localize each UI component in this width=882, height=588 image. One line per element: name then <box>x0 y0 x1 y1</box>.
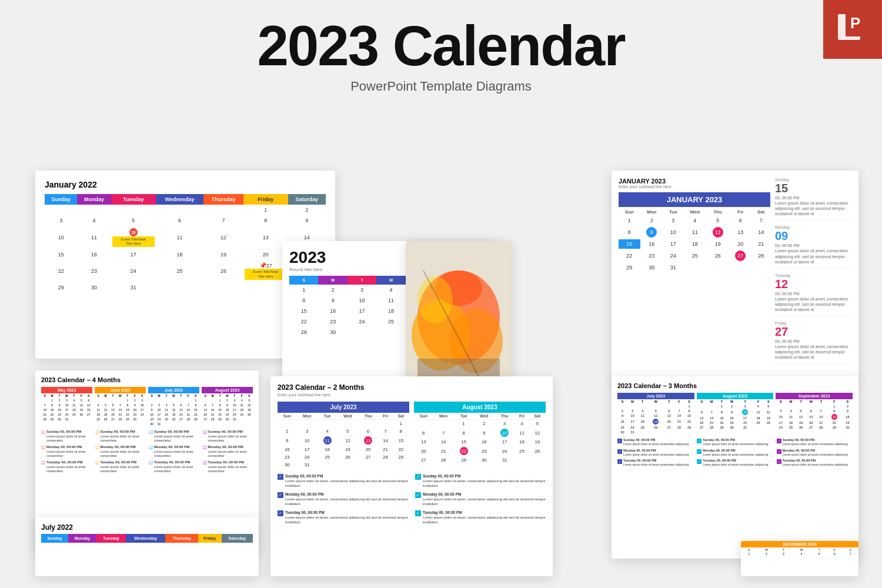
event-item: ☑ Sunday 00, 00:00 PMLorem ipsum dolor s… <box>95 430 146 443</box>
svg-text:P: P <box>850 14 860 32</box>
table-row: 293031 <box>619 263 770 272</box>
checkbox-icon: ☑ <box>149 460 153 466</box>
table-row: 9101112131415 <box>148 407 199 412</box>
col-saturday: Saturday <box>288 194 326 205</box>
december-cal-partial: S M T W T F S 1234567 <box>741 547 858 556</box>
table-row: 13141516171819 <box>414 438 546 446</box>
table-row: 45678910 <box>95 403 146 407</box>
event-item: ✓ Tuesday 00, 00:00 PMLorem ipsum dolor … <box>697 459 773 467</box>
highlight-22: 22 <box>460 447 468 455</box>
checkbox-icon: ☑ <box>95 430 99 435</box>
slide-january-2023: JANUARY 2023 Enter your subhead line her… <box>612 171 858 382</box>
may-calendar: SMTWTFS 123456 78910111213 1415161718192… <box>41 393 92 422</box>
th-saturday: Saturday <box>222 534 253 543</box>
month-may: May 2023 SMTWTFS 123456 78910111213 1415… <box>41 387 92 426</box>
month-august: August 2023 SMTWTFS 12345 6789101112 131… <box>202 387 253 426</box>
col-sunday: Sunday <box>45 194 77 205</box>
event-item: ✓ Sunday 00, 00:00 PMLorem ipsum dolor s… <box>777 438 853 446</box>
two-months-grid: July 2023 Sun Mon Tue Wed Thu Fri Sat 1 <box>278 402 546 469</box>
table-row: 12 <box>45 205 326 215</box>
th-fri: Fri <box>378 413 393 420</box>
event-sunday-15: Sunday 15 00, 00:00 PMLorem ipsum dolor … <box>775 178 851 220</box>
th-friday: Friday <box>198 534 221 543</box>
checkbox-icon: ✓ <box>415 474 421 480</box>
th-mon: Mon <box>433 413 454 420</box>
table-row: 23242526272829 <box>278 453 409 461</box>
checkbox-icon: ✓ <box>777 449 781 454</box>
highlighted-12: 12 <box>713 227 723 238</box>
event-item: ✓ Tuesday 00, 00:00 PMLorem ipsum dolor … <box>415 510 546 525</box>
event-col-3: ☑ Sunday 00, 00:00 PMLorem ipsum dolor s… <box>149 430 199 476</box>
col-friday: Friday <box>243 194 288 205</box>
event-item: ✓ Tuesday 00, 00:00 PMLorem ipsum dolor … <box>278 510 408 525</box>
checkbox-icon: ☑ <box>41 460 45 466</box>
slide4-title: 2023 Calendar – 4 Months <box>41 376 253 383</box>
th-s2: S <box>842 547 858 552</box>
checkbox-icon: ✓ <box>697 459 701 464</box>
july-2022-calendar: Sunday Monday Tuesday Wednesday Thursday… <box>41 534 253 543</box>
sm-september: September 2023 SMTWTFS 12 3456789 101112… <box>776 393 853 435</box>
tec-3: ✓ Sunday 00, 00:00 PMLorem ipsum dolor s… <box>777 438 853 469</box>
tec-2: ✓ Sunday 00, 00:00 PMLorem ipsum dolor s… <box>697 438 773 469</box>
big-month-august: August 2023 Sun Mon Tue Wed Thu Fri Sat … <box>414 402 546 469</box>
checkbox-icon: ☑ <box>95 460 99 466</box>
slide-2-months: 2023 Calendar – 2 Months Enter your subh… <box>270 376 553 576</box>
july-header: July 2023 <box>148 387 199 393</box>
table-row: 11121314151617 <box>95 407 146 412</box>
th-mon: Mon <box>640 208 663 216</box>
table-row: 17181920212223 <box>776 420 853 425</box>
checkbox-icon: ☑ <box>203 460 207 466</box>
table-row: 14151617181920 <box>41 407 92 412</box>
th-wed: Wed <box>683 208 707 216</box>
sm-august: August 2023 SMTWTFS 12345 6789101112 131… <box>697 393 774 435</box>
hl: 10 <box>742 409 748 415</box>
table-row: 12 <box>776 404 853 409</box>
table-row: 2345678 <box>617 409 694 413</box>
event-item: ✓ Sunday 00, 00:00 PMLorem ipsum dolor s… <box>278 473 408 489</box>
checkbox-icon: ☑ <box>203 445 207 450</box>
col-sun: S <box>289 276 318 285</box>
slide-december-partial: DECEMBER 2023 S M T W T F S 1234567 <box>741 541 858 576</box>
table-row: 8 9 1011 12 1314 <box>619 225 770 239</box>
checkbox-icon: ☑ <box>41 445 45 450</box>
july-2023-cal: Sun Mon Tue Wed Thu Fri Sat 1 2345678 91… <box>278 413 409 469</box>
event-item: ✓ Monday 00, 00:00 PMLorem ipsum dolor s… <box>617 449 693 457</box>
table-row: 2345678 <box>148 403 199 407</box>
th-thursday: Thursday <box>165 534 198 543</box>
event-item: ☑ Monday 00, 00:00 PMLorem ipsum dolor s… <box>149 445 199 458</box>
table-row: 6789101112 <box>414 427 546 438</box>
checkbox-icon: ✓ <box>697 449 701 454</box>
page-header: 2023 Calendar PowerPoint Template Diagra… <box>0 0 882 100</box>
january-2023-header: JANUARY 2023 <box>619 192 770 207</box>
checkbox-icon: ✓ <box>415 492 421 498</box>
col-mon: M <box>318 276 347 285</box>
th-t2: T <box>811 547 827 552</box>
th-tue: Tue <box>318 413 338 420</box>
table-row: 20212223242526 <box>414 446 546 456</box>
sm-july: July 2023 SMTWTFS 1 2345678 910111213141… <box>617 393 694 435</box>
slide-3-months: 2023 Calendar – 3 Months July 2023 SMTWT… <box>612 376 858 559</box>
slide1-title: January 2022 <box>45 180 326 189</box>
event-item: ✓ Sunday 00, 00:00 PMLorem ipsum dolor s… <box>617 438 693 446</box>
table-row: 6789101112 <box>697 409 774 416</box>
month-june: June 2023 SMTWTFS 123 45678910 111213141… <box>95 387 146 426</box>
th-sunday: Sunday <box>41 534 68 543</box>
th-fri: Fri <box>514 413 529 420</box>
event-item: ☑ Monday 00, 00:00 PMLorem ipsum dolor s… <box>203 445 253 458</box>
table-row: 24252627282930 <box>776 425 853 430</box>
highlight-11: 11 <box>323 436 332 445</box>
table-row: 18192021222324 <box>95 412 146 417</box>
th-tuesday: Tuesday <box>96 534 126 543</box>
th-wed: Wed <box>338 413 358 420</box>
table-row: 15 161718192021 <box>619 239 770 249</box>
sticky-note-2: Event Title/TaskTitle Here <box>245 269 287 279</box>
table-row: 16171819202122 <box>617 418 694 425</box>
june-calendar: SMTWTFS 123 45678910 11121314151617 1819… <box>95 393 146 422</box>
event-col-1: ☑ Sunday 00, 00:00 PMLorem ipsum dolor s… <box>41 430 92 476</box>
table-row: 1234567 <box>741 552 858 556</box>
th-thu: Thu <box>495 413 514 420</box>
th-sat: Sat <box>751 208 770 216</box>
table-row: 3456789 <box>776 409 853 413</box>
table-row: 9101112131415 <box>278 435 409 446</box>
table-row: 16171819202122 <box>148 412 199 417</box>
